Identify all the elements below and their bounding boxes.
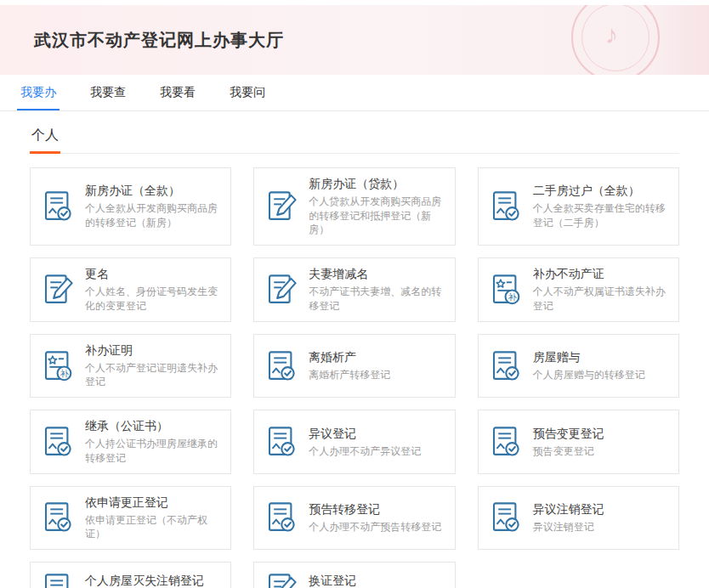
service-card-17[interactable]: 换证登记 换证登记	[253, 562, 455, 588]
certificate-icon	[39, 188, 77, 225]
service-desc: 离婚析产转移登记	[309, 368, 445, 382]
service-grid: 新房办证（全款） 个人全款从开发商购买商品房的转移登记（新房） 新房办证（贷款）…	[30, 167, 679, 588]
edit-icon	[263, 570, 300, 588]
service-title: 补办不动产证	[533, 266, 670, 282]
service-card-4[interactable]: 更名 个人姓名、身份证号码发生变化的变更登记	[30, 257, 231, 321]
service-title: 补办证明	[85, 342, 222, 359]
reissue-icon: 补	[39, 348, 77, 385]
section-header: 个人	[30, 127, 679, 154]
certificate-icon	[39, 423, 77, 461]
service-card-8[interactable]: 离婚析产 离婚析产转移登记	[253, 334, 455, 398]
service-title: 更名	[85, 266, 222, 282]
service-title: 离婚析产	[309, 349, 445, 365]
tab-wo-yao-cha[interactable]: 我要查	[87, 75, 129, 110]
service-title: 预告变更登记	[533, 426, 670, 442]
service-title: 房屋赠与	[533, 349, 670, 365]
svg-text:补: 补	[60, 368, 69, 377]
service-title: 新房办证（全款）	[85, 183, 222, 199]
service-title: 依申请更正登记	[85, 495, 222, 511]
svg-text:补: 补	[508, 292, 517, 302]
page-header: 武汉市不动产登记网上办事大厅	[0, 5, 709, 75]
service-card-11[interactable]: 异议登记 个人办理不动产异议登记	[253, 410, 455, 473]
page-title: 武汉市不动产登记网上办事大厅	[34, 29, 284, 52]
edit-icon	[263, 188, 300, 225]
service-card-16[interactable]: 个人房屋灭失注销登记 个人房屋灭失注销登记	[30, 562, 231, 588]
service-card-1[interactable]: 新房办证（全款） 个人全款从开发商购买商品房的转移登记（新房）	[30, 167, 231, 246]
tab-wo-yao-kan[interactable]: 我要看	[156, 75, 199, 110]
tab-wo-yao-wen[interactable]: 我要问	[226, 75, 269, 110]
service-desc: 个人不动产权属证书遗失补办登记	[533, 285, 670, 314]
service-card-14[interactable]: 预告转移登记 个人办理不动产预告转移登记	[253, 486, 455, 550]
service-card-5[interactable]: 夫妻增减名 不动产证书夫妻增、减名的转移登记	[253, 257, 455, 321]
service-title: 个人房屋灭失注销登记	[85, 573, 222, 588]
tab-wo-yao-ban[interactable]: 我要办	[17, 75, 60, 110]
reissue-icon: 补	[487, 271, 525, 308]
service-desc: 不动产证书夫妻增、减名的转移登记	[309, 285, 445, 314]
service-card-15[interactable]: 异议注销登记 异议注销登记	[478, 486, 679, 550]
service-card-12[interactable]: 预告变更登记 预告变更登记	[478, 410, 679, 473]
certificate-icon	[263, 423, 300, 461]
certificate-icon	[487, 348, 525, 385]
service-title: 继承（公证书）	[85, 418, 222, 434]
certificate-icon	[487, 423, 525, 461]
service-desc: 个人姓名、身份证号码发生变化的变更登记	[85, 285, 222, 314]
service-desc: 个人不动产登记证明遗失补办登记	[85, 361, 222, 390]
section-title: 个人	[30, 127, 60, 154]
service-title: 异议登记	[309, 426, 445, 442]
certificate-icon	[263, 348, 300, 385]
service-card-13[interactable]: 依申请更正登记 依申请更正登记（不动产权证）	[30, 486, 231, 550]
service-card-7[interactable]: 补 补办证明 个人不动产登记证明遗失补办登记	[30, 334, 231, 398]
service-title: 二手房过户（全款）	[533, 183, 670, 199]
service-title: 换证登记	[309, 573, 445, 588]
service-desc: 个人房屋赠与的转移登记	[533, 368, 670, 382]
certificate-icon	[39, 570, 77, 588]
tab-bar: 我要办 我要查 我要看 我要问	[0, 75, 709, 111]
certificate-icon	[487, 499, 525, 536]
service-desc: 异议注销登记	[533, 520, 670, 534]
edit-icon	[263, 271, 300, 308]
service-desc: 个人贷款从开发商购买商品房的转移登记和抵押登记（新房）	[309, 195, 445, 237]
certificate-icon	[263, 499, 300, 536]
service-card-3[interactable]: 二手房过户（全款） 个人全款买卖存量住宅的转移登记（二手房）	[478, 167, 679, 246]
emblem-icon	[571, 5, 660, 75]
service-desc: 个人办理不动产异议登记	[309, 444, 445, 459]
service-desc: 个人办理不动产预告转移登记	[309, 520, 445, 534]
edit-icon	[39, 271, 77, 308]
service-desc: 个人全款从开发商购买商品房的转移登记（新房）	[85, 201, 222, 230]
service-title: 异议注销登记	[533, 501, 670, 517]
service-title: 预告转移登记	[309, 501, 445, 517]
service-card-6[interactable]: 补 补办不动产证 个人不动产权属证书遗失补办登记	[478, 257, 679, 321]
service-card-2[interactable]: 新房办证（贷款） 个人贷款从开发商购买商品房的转移登记和抵押登记（新房）	[253, 167, 455, 246]
header-decoration	[655, 5, 709, 75]
service-desc: 预告变更登记	[533, 444, 670, 459]
certificate-icon	[39, 499, 77, 536]
service-card-10[interactable]: 继承（公证书） 个人持公证书办理房屋继承的转移登记	[30, 410, 231, 473]
service-title: 夫妻增减名	[309, 266, 445, 282]
service-desc: 个人持公证书办理房屋继承的转移登记	[85, 437, 222, 466]
service-desc: 个人全款买卖存量住宅的转移登记（二手房）	[533, 201, 670, 230]
service-card-9[interactable]: 房屋赠与 个人房屋赠与的转移登记	[478, 334, 679, 398]
service-desc: 依申请更正登记（不动产权证）	[85, 513, 222, 542]
service-title: 新房办证（贷款）	[309, 176, 445, 192]
certificate-icon	[487, 188, 525, 225]
